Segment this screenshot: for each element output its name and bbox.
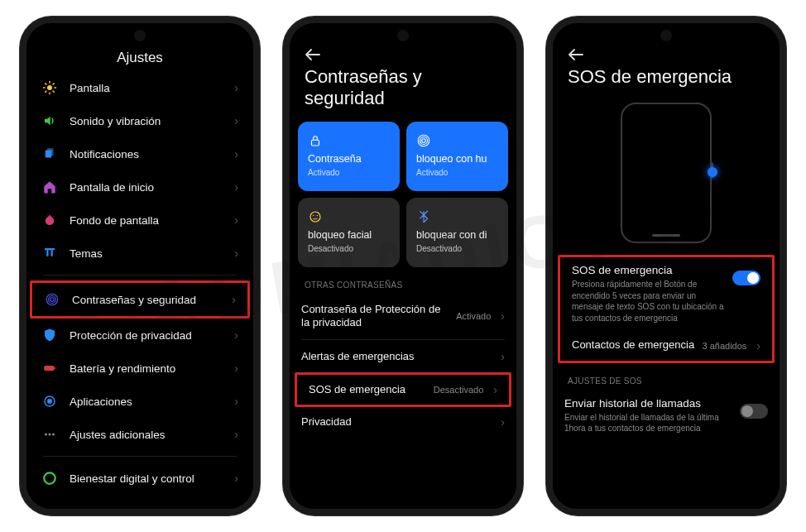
- settings-item-label: Contraseñas y seguridad: [72, 294, 220, 306]
- call-history-description: Enviar el historial de llamadas de la úl…: [564, 412, 732, 434]
- wellbeing-icon: [41, 470, 58, 486]
- settings-row-contrase-a-de-protecci-n-de-la-privacidad[interactable]: Contraseña de Protección de la privacida…: [290, 295, 516, 338]
- svg-rect-10: [47, 148, 54, 156]
- chevron-right-icon: ›: [234, 328, 238, 342]
- svg-point-0: [47, 85, 52, 90]
- highlight-box: SOS de emergencia Presiona rápidamente e…: [558, 255, 775, 362]
- settings-item-temas[interactable]: Temas ›: [30, 237, 250, 270]
- camera-notch: [660, 30, 672, 41]
- settings-item-label: Aplicaciones: [70, 395, 223, 408]
- fingerprint-icon: [44, 291, 60, 308]
- settings-item-label: Bienestar digital y control: [70, 472, 223, 485]
- settings-item-ajustes-adicionales[interactable]: Ajustes adicionales ›: [30, 418, 250, 451]
- settings-item-label: Fondo de pantalla: [70, 214, 223, 227]
- settings-item-label: Ajustes adicionales: [70, 429, 223, 441]
- settings-item-notificaciones[interactable]: Notificaciones ›: [30, 137, 250, 170]
- svg-line-6: [53, 91, 54, 92]
- svg-rect-17: [44, 366, 54, 371]
- chevron-right-icon: ›: [501, 350, 505, 363]
- bluetooth-icon: [416, 208, 498, 226]
- chevron-right-icon: ›: [232, 293, 236, 306]
- settings-row-privacidad[interactable]: Privacidad ›: [290, 407, 516, 437]
- face-icon: [308, 208, 390, 226]
- settings-item-label: Notificaciones: [70, 148, 223, 161]
- svg-rect-13: [51, 250, 53, 256]
- sos-toggle-description: Presiona rápidamente el Botón de encendi…: [572, 279, 724, 324]
- security-card-bloquear-con-di[interactable]: bloquear con di Desactivado: [406, 198, 508, 267]
- lock-icon: [308, 132, 390, 150]
- settings-item-label: Pantalla de inicio: [70, 181, 223, 194]
- svg-point-23: [52, 434, 55, 436]
- svg-rect-25: [312, 140, 319, 146]
- settings-item-label: Batería y rendimiento: [70, 362, 223, 375]
- card-title: bloqueo facial: [308, 229, 390, 241]
- settings-row-sos-de-emergencia[interactable]: SOS de emergencia Desactivado ›: [297, 375, 509, 405]
- svg-point-31: [317, 215, 319, 217]
- security-card-bloqueo-con-hu[interactable]: bloqueo con hu Activado: [406, 122, 508, 191]
- svg-rect-12: [46, 250, 48, 256]
- settings-item-protecci-n-de-privacidad[interactable]: Protección de privacidad ›: [30, 319, 250, 352]
- wallpaper-icon: [41, 212, 58, 228]
- row-label: SOS de emergencia: [309, 383, 427, 396]
- call-history-label: Enviar historial de llamadas: [564, 397, 732, 410]
- sos-toggle-label: SOS de emergencia: [572, 264, 724, 276]
- page-title: Ajustes: [26, 43, 253, 71]
- home-icon: [41, 179, 58, 195]
- page-title: Contraseñas y seguridad: [290, 61, 516, 122]
- chevron-right-icon: ›: [234, 428, 238, 441]
- settings-item-sonido-y-vibraci-n[interactable]: Sonido y vibración ›: [30, 104, 250, 137]
- camera-notch: [397, 30, 409, 41]
- phone-illustration: [621, 103, 712, 243]
- chevron-right-icon: ›: [234, 395, 238, 408]
- section-label: AJUSTES DE SOS: [553, 363, 780, 391]
- card-title: bloquear con di: [416, 229, 498, 241]
- call-history-toggle[interactable]: [740, 404, 768, 419]
- phone-settings: Ajustes Pantalla › Sonido y vibración › …: [20, 17, 260, 515]
- card-title: bloqueo con hu: [416, 153, 498, 165]
- back-button[interactable]: [290, 43, 516, 61]
- emergency-contacts-row[interactable]: Contactos de emergencia 3 añadidos ›: [560, 330, 772, 360]
- phone-sos: SOS de emergencia SOS de emergencia Pres…: [546, 17, 786, 515]
- card-subtitle: Activado: [416, 168, 498, 177]
- chevron-right-icon: ›: [234, 81, 238, 94]
- theme-icon: [41, 245, 58, 261]
- settings-row-alertas-de-emergencias[interactable]: Alertas de emergencias ›: [290, 342, 516, 371]
- back-button[interactable]: [553, 43, 780, 61]
- emergency-contacts-label: Contactos de emergencia: [572, 338, 696, 352]
- chevron-right-icon: ›: [234, 213, 238, 227]
- chevron-right-icon: ›: [234, 180, 238, 194]
- chevron-right-icon: ›: [501, 309, 505, 323]
- highlight-box: SOS de emergencia Desactivado ›: [295, 372, 511, 407]
- settings-item-label: Temas: [70, 247, 223, 260]
- chevron-right-icon: ›: [501, 415, 505, 429]
- sos-toggle[interactable]: [732, 271, 760, 285]
- row-label: Privacidad: [301, 415, 491, 429]
- settings-item-fondo-de-pantalla[interactable]: Fondo de pantalla ›: [30, 204, 250, 237]
- settings-item-pantalla[interactable]: Pantalla ›: [30, 71, 250, 104]
- page-title: SOS de emergencia: [553, 61, 780, 99]
- svg-point-27: [420, 137, 428, 144]
- svg-line-5: [46, 84, 46, 84]
- chevron-right-icon: ›: [234, 472, 238, 485]
- svg-rect-18: [54, 367, 55, 370]
- settings-item-bienestar-digital-y-control[interactable]: Bienestar digital y control ›: [30, 462, 250, 495]
- card-title: Contraseña: [308, 153, 390, 165]
- svg-point-28: [422, 139, 426, 143]
- svg-line-7: [46, 91, 46, 92]
- apps-icon: [41, 393, 58, 410]
- svg-point-29: [310, 212, 320, 222]
- security-card-bloqueo-facial[interactable]: bloqueo facial Desactivado: [298, 198, 400, 267]
- security-card-contrase-a[interactable]: Contraseña Activado: [298, 122, 400, 191]
- settings-item-bater-a-y-rendimiento[interactable]: Batería y rendimiento ›: [30, 352, 250, 385]
- settings-item-pantalla-de-inicio[interactable]: Pantalla de inicio ›: [30, 170, 250, 204]
- row-value: Desactivado: [434, 385, 484, 395]
- card-subtitle: Desactivado: [308, 244, 390, 253]
- chevron-right-icon: ›: [234, 362, 238, 375]
- svg-point-22: [49, 434, 51, 436]
- settings-item-aplicaciones[interactable]: Aplicaciones ›: [30, 385, 250, 418]
- settings-item-contrase-as-y-seguridad[interactable]: Contraseñas y seguridad ›: [30, 280, 250, 319]
- svg-rect-11: [45, 248, 55, 250]
- chevron-right-icon: ›: [234, 114, 238, 127]
- chevron-right-icon: ›: [234, 247, 238, 260]
- card-subtitle: Activado: [308, 168, 390, 177]
